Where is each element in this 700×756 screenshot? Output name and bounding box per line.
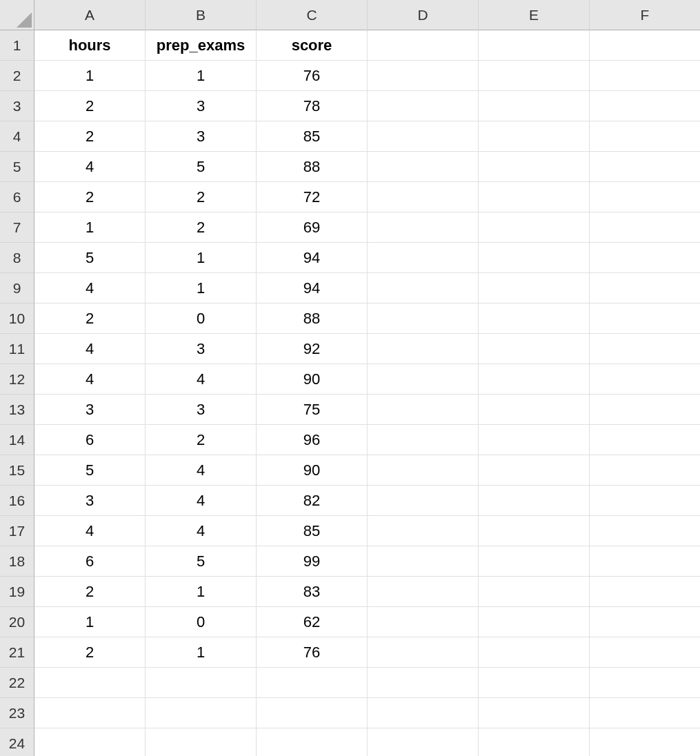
row-header-22[interactable]: 22 — [0, 668, 34, 698]
cell-A24[interactable] — [34, 728, 146, 756]
row-header-9[interactable]: 9 — [0, 273, 34, 304]
cell-E19[interactable] — [479, 577, 590, 607]
cell-E8[interactable] — [479, 243, 590, 273]
row-header-12[interactable]: 12 — [0, 364, 34, 395]
cell-A21[interactable]: 2 — [34, 637, 146, 668]
cell-C6[interactable]: 72 — [257, 182, 368, 212]
cell-A4[interactable]: 2 — [34, 121, 146, 152]
cell-D20[interactable] — [368, 607, 479, 637]
cell-C9[interactable]: 94 — [257, 273, 368, 304]
cell-F7[interactable] — [590, 212, 700, 243]
row-header-1[interactable]: 1 — [0, 30, 34, 61]
cell-F9[interactable] — [590, 273, 700, 304]
cell-E5[interactable] — [479, 152, 590, 182]
cell-E7[interactable] — [479, 212, 590, 243]
select-all-corner[interactable] — [0, 0, 34, 30]
cell-D9[interactable] — [368, 273, 479, 304]
row-header-15[interactable]: 15 — [0, 455, 34, 486]
cell-D2[interactable] — [368, 61, 479, 91]
cell-F13[interactable] — [590, 395, 700, 425]
cell-F15[interactable] — [590, 455, 700, 486]
cell-E17[interactable] — [479, 516, 590, 546]
row-header-8[interactable]: 8 — [0, 243, 34, 273]
cell-D22[interactable] — [368, 668, 479, 698]
cell-B24[interactable] — [146, 728, 257, 756]
cell-B3[interactable]: 3 — [146, 91, 257, 121]
column-header-F[interactable]: F — [590, 0, 700, 30]
cell-D5[interactable] — [368, 152, 479, 182]
cell-B14[interactable]: 2 — [146, 425, 257, 455]
cell-B16[interactable]: 4 — [146, 486, 257, 516]
cell-F18[interactable] — [590, 546, 700, 577]
cell-B2[interactable]: 1 — [146, 61, 257, 91]
cell-B9[interactable]: 1 — [146, 273, 257, 304]
cell-F11[interactable] — [590, 334, 700, 364]
cell-A18[interactable]: 6 — [34, 546, 146, 577]
cell-F1[interactable] — [590, 30, 700, 61]
cell-B4[interactable]: 3 — [146, 121, 257, 152]
cell-F19[interactable] — [590, 577, 700, 607]
cell-D11[interactable] — [368, 334, 479, 364]
cell-A13[interactable]: 3 — [34, 395, 146, 425]
cell-C23[interactable] — [257, 698, 368, 728]
cell-A23[interactable] — [34, 698, 146, 728]
cell-F12[interactable] — [590, 364, 700, 395]
cell-B23[interactable] — [146, 698, 257, 728]
cell-C21[interactable]: 76 — [257, 637, 368, 668]
cell-B8[interactable]: 1 — [146, 243, 257, 273]
cell-B17[interactable]: 4 — [146, 516, 257, 546]
cell-C3[interactable]: 78 — [257, 91, 368, 121]
cell-D7[interactable] — [368, 212, 479, 243]
cell-C20[interactable]: 62 — [257, 607, 368, 637]
cell-A19[interactable]: 2 — [34, 577, 146, 607]
row-header-24[interactable]: 24 — [0, 728, 34, 756]
cell-D23[interactable] — [368, 698, 479, 728]
cell-D4[interactable] — [368, 121, 479, 152]
cell-F17[interactable] — [590, 516, 700, 546]
row-header-19[interactable]: 19 — [0, 577, 34, 607]
cell-B5[interactable]: 5 — [146, 152, 257, 182]
cell-D15[interactable] — [368, 455, 479, 486]
cell-D17[interactable] — [368, 516, 479, 546]
column-header-D[interactable]: D — [368, 0, 479, 30]
cell-C12[interactable]: 90 — [257, 364, 368, 395]
cell-B21[interactable]: 1 — [146, 637, 257, 668]
cell-C17[interactable]: 85 — [257, 516, 368, 546]
cell-B22[interactable] — [146, 668, 257, 698]
cell-A10[interactable]: 2 — [34, 304, 146, 334]
cell-D14[interactable] — [368, 425, 479, 455]
cell-E6[interactable] — [479, 182, 590, 212]
cell-D3[interactable] — [368, 91, 479, 121]
row-header-13[interactable]: 13 — [0, 395, 34, 425]
cell-C18[interactable]: 99 — [257, 546, 368, 577]
row-header-7[interactable]: 7 — [0, 212, 34, 243]
cell-C8[interactable]: 94 — [257, 243, 368, 273]
cell-B10[interactable]: 0 — [146, 304, 257, 334]
cell-C4[interactable]: 85 — [257, 121, 368, 152]
cell-C5[interactable]: 88 — [257, 152, 368, 182]
cell-F4[interactable] — [590, 121, 700, 152]
cell-E21[interactable] — [479, 637, 590, 668]
cell-E11[interactable] — [479, 334, 590, 364]
cell-A15[interactable]: 5 — [34, 455, 146, 486]
cell-E18[interactable] — [479, 546, 590, 577]
cell-E16[interactable] — [479, 486, 590, 516]
row-header-2[interactable]: 2 — [0, 61, 34, 91]
cell-E9[interactable] — [479, 273, 590, 304]
cell-F2[interactable] — [590, 61, 700, 91]
row-header-11[interactable]: 11 — [0, 334, 34, 364]
column-header-C[interactable]: C — [257, 0, 368, 30]
cell-F6[interactable] — [590, 182, 700, 212]
cell-A11[interactable]: 4 — [34, 334, 146, 364]
cell-B12[interactable]: 4 — [146, 364, 257, 395]
cell-A7[interactable]: 1 — [34, 212, 146, 243]
cell-E14[interactable] — [479, 425, 590, 455]
cell-C14[interactable]: 96 — [257, 425, 368, 455]
cell-E4[interactable] — [479, 121, 590, 152]
cell-A8[interactable]: 5 — [34, 243, 146, 273]
cell-E3[interactable] — [479, 91, 590, 121]
row-header-17[interactable]: 17 — [0, 516, 34, 546]
cell-F23[interactable] — [590, 698, 700, 728]
cell-A5[interactable]: 4 — [34, 152, 146, 182]
cell-B20[interactable]: 0 — [146, 607, 257, 637]
